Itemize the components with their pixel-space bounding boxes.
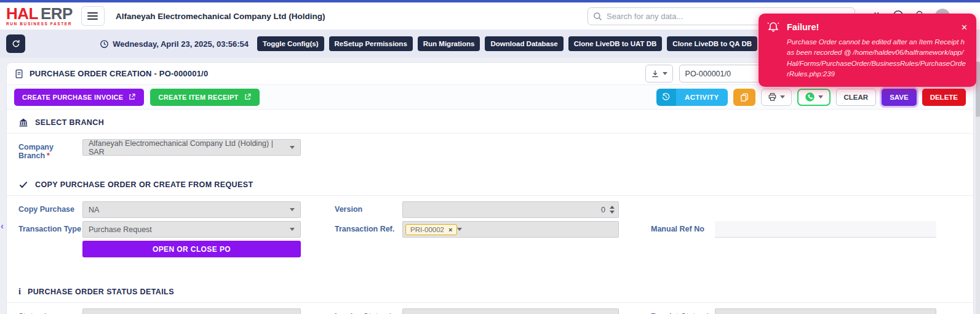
- printer-icon: [768, 92, 777, 102]
- tag-remove-icon[interactable]: ×: [448, 226, 452, 233]
- section-title-copy: COPY PURCHASE ORDER OR CREATE FROM REQUE…: [35, 180, 253, 189]
- section-title-branch: SELECT BRANCH: [35, 118, 104, 127]
- po-action-row: CREATE PURCHASE INVOICE CREATE ITEM RECE…: [7, 85, 973, 110]
- toast-close-icon[interactable]: ✕: [961, 23, 968, 32]
- resetup-permissions-button[interactable]: ReSetup Permissions: [329, 36, 413, 51]
- invoice-status-label: Invoice Status*: [335, 308, 402, 314]
- scrollbar-thumb[interactable]: [976, 62, 980, 117]
- copy-icon: [739, 92, 749, 102]
- save-button[interactable]: SAVE: [882, 89, 916, 106]
- step-down-icon[interactable]: [610, 211, 615, 214]
- clear-button[interactable]: CLEAR: [836, 89, 877, 106]
- company-title: Alfaneyah Electromechanical Company Ltd …: [116, 12, 325, 21]
- transaction-ref-multiselect: PRI-00002 ×: [402, 221, 619, 238]
- transaction-type-select: Purchase Request: [82, 221, 301, 238]
- transaction-ref-tag: PRI-00002 ×: [405, 224, 457, 235]
- chevron-down-icon: [290, 146, 295, 149]
- info-icon: i: [18, 287, 21, 297]
- save-label: SAVE: [890, 94, 908, 101]
- toggle-configs-button[interactable]: Toggle Config(s): [257, 36, 324, 51]
- toast-message: Purchase Order cannot be edited after an…: [787, 37, 968, 79]
- clock-icon: [100, 39, 109, 49]
- delete-button[interactable]: DELETE: [922, 89, 966, 106]
- download-database-button[interactable]: Download Database: [485, 36, 563, 51]
- logo-text-hal: HAL: [6, 6, 38, 22]
- invoice-status-select: NOT INVOICED: [402, 308, 619, 314]
- chevron-down-icon: [663, 72, 667, 75]
- section-copy-purchase-order: COPY PURCHASE ORDER OR CREATE FROM REQUE…: [7, 172, 973, 263]
- page-scrollbar[interactable]: [976, 62, 980, 314]
- history-icon: [661, 92, 671, 102]
- copy-purchase-select: NA: [82, 201, 301, 218]
- po-number-value: PO-000001/0: [685, 70, 731, 78]
- menu-toggle-button[interactable]: [81, 6, 105, 26]
- check-icon: [18, 180, 28, 190]
- clone-livedb-uat-button[interactable]: Clone LiveDB to UAT DB: [568, 36, 663, 51]
- transaction-ref-label: Transaction Ref.: [335, 221, 402, 233]
- toast-title: Failure!: [787, 22, 819, 32]
- chevron-down-icon: [457, 228, 462, 231]
- version-input: 0: [402, 201, 619, 218]
- sidebar-collapse-handle[interactable]: ‹: [1, 220, 4, 231]
- activity-button[interactable]: ACTIVITY: [656, 89, 728, 106]
- chevron-down-icon: [780, 95, 785, 99]
- chevron-down-icon: [818, 95, 823, 99]
- transaction-type-value: Purchase Request: [89, 225, 152, 234]
- clear-label: CLEAR: [844, 94, 869, 101]
- activity-label: ACTIVITY: [676, 89, 728, 106]
- receipt-status-select: NOT RECEIVED: [715, 308, 936, 314]
- search-icon: [593, 12, 602, 21]
- transaction-ref-tag-value: PRI-00002: [410, 226, 444, 233]
- purchase-order-card: PURCHASE ORDER CREATION - PO-000001/0 PO…: [6, 62, 974, 314]
- copy-document-button[interactable]: [733, 89, 755, 106]
- section-select-branch: SELECT BRANCH Company Branch* Alfaneyah …: [7, 110, 973, 166]
- dev-toolbar-right: Wednesday, April 23, 2025, 03:56:54 Togg…: [100, 36, 757, 51]
- step-up-icon[interactable]: [610, 206, 615, 209]
- bank-icon: [18, 118, 28, 127]
- section-status-details: i PURCHASE ORDER STATUS DETAILS Status* …: [7, 279, 973, 314]
- server-datetime: Wednesday, April 23, 2025, 03:56:54: [100, 39, 249, 49]
- copy-purchase-value: NA: [89, 206, 99, 214]
- download-icon: [651, 70, 659, 78]
- status-select: OPEN: [82, 308, 301, 314]
- run-migrations-button[interactable]: Run Migrations: [418, 36, 480, 51]
- whatsapp-icon: [805, 92, 815, 102]
- manual-ref-label: Manual Ref No: [651, 221, 715, 233]
- manual-ref-input[interactable]: [715, 221, 936, 238]
- print-dropdown-button[interactable]: [761, 89, 792, 106]
- version-value: 0: [601, 206, 605, 214]
- version-label: Version: [335, 201, 402, 214]
- logo-text-erp: ERP: [41, 6, 73, 22]
- external-link-icon: [128, 93, 136, 101]
- refresh-icon: [11, 39, 21, 49]
- clone-livedb-qa-button[interactable]: Clone LiveDB to QA DB: [667, 36, 757, 51]
- hal-erp-logo[interactable]: HAL ERP RUN BUSINESS FASTER: [6, 6, 73, 26]
- transaction-type-label: Transaction Type: [18, 221, 82, 233]
- server-datetime-text: Wednesday, April 23, 2025, 03:56:54: [113, 39, 249, 49]
- whatsapp-dropdown-button[interactable]: [797, 89, 831, 106]
- logo-tagline: RUN BUSINESS FASTER: [6, 22, 73, 26]
- document-icon: [14, 69, 24, 79]
- external-link-icon: [244, 93, 252, 101]
- create-purchase-invoice-label: CREATE PURCHASE INVOICE: [22, 94, 123, 101]
- company-branch-select[interactable]: Alfaneyah Electromechanical Company Ltd …: [82, 139, 301, 156]
- receipt-status-label: Receipt Status*: [651, 308, 715, 314]
- failure-toast: Failure! ✕ Purchase Order cannot be edit…: [759, 14, 976, 87]
- create-item-receipt-label: CREATE ITEM RECEIPT: [158, 94, 238, 101]
- chevron-down-icon: [290, 228, 295, 231]
- copy-purchase-label: Copy Purchase: [18, 201, 82, 214]
- delete-label: DELETE: [930, 94, 958, 101]
- create-purchase-invoice-button[interactable]: CREATE PURCHASE INVOICE: [14, 89, 144, 106]
- company-branch-label: Company Branch*: [18, 139, 82, 160]
- create-item-receipt-button[interactable]: CREATE ITEM RECEIPT: [150, 89, 259, 106]
- status-label: Status*: [18, 308, 82, 314]
- download-dropdown-button[interactable]: [645, 65, 673, 83]
- number-stepper[interactable]: [610, 206, 615, 214]
- open-or-close-po-button[interactable]: OPEN OR CLOSE PO: [82, 241, 301, 257]
- chevron-down-icon: [290, 208, 295, 211]
- refresh-button[interactable]: [6, 34, 25, 53]
- section-title-status: PURCHASE ORDER STATUS DETAILS: [28, 288, 174, 296]
- company-branch-value: Alfaneyah Electromechanical Company Ltd …: [89, 139, 290, 156]
- page-title: PURCHASE ORDER CREATION - PO-000001/0: [30, 69, 208, 78]
- alert-bell-icon: [766, 20, 781, 34]
